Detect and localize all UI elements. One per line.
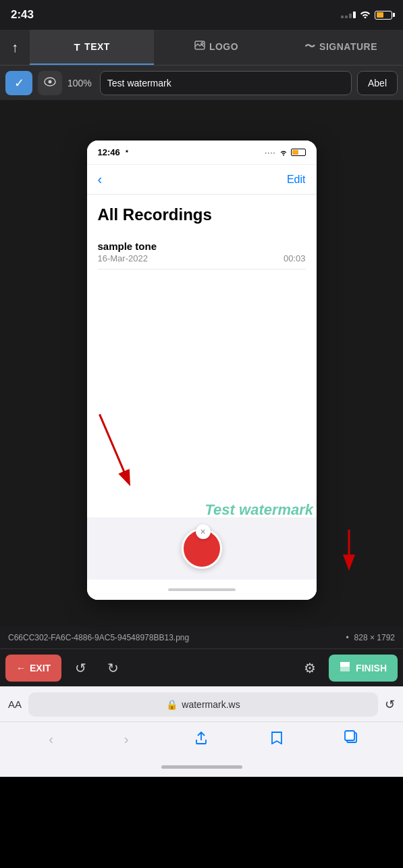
finish-flag-icon xyxy=(340,661,352,674)
bottom-arrow-annotation xyxy=(329,523,369,580)
url-input[interactable]: 🔒 watermark.ws xyxy=(28,692,378,717)
tab-text[interactable]: T TEXT xyxy=(30,30,154,65)
recording-duration: 00:03 xyxy=(284,253,306,263)
phone-signal-icon: ···· xyxy=(265,149,275,157)
action-bar: ← EXIT ↺ ↻ ⚙ FINISH xyxy=(0,648,403,686)
svg-rect-11 xyxy=(345,662,350,667)
logo-tab-icon xyxy=(194,41,205,53)
phone-bottom: Test watermark ↻ × xyxy=(87,517,317,600)
url-text: watermark.ws xyxy=(182,699,240,710)
checkmark-icon: ✓ xyxy=(14,76,24,91)
home-indicator-bar xyxy=(168,588,236,591)
profile-selector[interactable]: Abel xyxy=(357,71,398,95)
svg-rect-10 xyxy=(340,667,345,671)
browser-nav-bar: ‹ › xyxy=(0,721,403,757)
dimensions-label: 828 × 1792 xyxy=(354,633,395,642)
back-icon: ↑ xyxy=(11,40,18,55)
finish-label: FINISH xyxy=(356,663,387,673)
watermark-display-text: Test watermark xyxy=(205,501,314,518)
watermark-text-value: Test watermark xyxy=(107,78,171,88)
undo-icon: ↺ xyxy=(75,660,86,676)
info-bar: C66CC302-FA6C-4886-9AC5-94548978BB13.png… xyxy=(0,627,403,648)
browser-back-button[interactable]: ‹ xyxy=(38,726,65,753)
svg-rect-9 xyxy=(345,667,350,671)
recording-date: 16-Mar-2022 xyxy=(98,253,148,263)
svg-point-3 xyxy=(49,80,52,83)
separator: • xyxy=(346,633,348,642)
watermark-overlay[interactable]: Test watermark ↻ × xyxy=(205,501,314,519)
watermark-delete-button[interactable]: × xyxy=(196,524,211,539)
phone-edit-button[interactable]: Edit xyxy=(287,174,306,186)
phone-back-button[interactable]: ‹ xyxy=(98,172,103,187)
phone-status-bar: 12:46 ···· xyxy=(87,141,317,165)
tabs-button[interactable] xyxy=(338,726,365,753)
tab-signature[interactable]: 〜 SIGNATURE xyxy=(279,30,403,65)
recording-name: sample tone xyxy=(98,240,306,252)
battery-icon xyxy=(375,11,392,20)
bookmarks-button[interactable] xyxy=(263,726,290,753)
settings-button[interactable]: ⚙ xyxy=(296,655,323,682)
browser-forward-icon: › xyxy=(124,732,129,747)
status-icons xyxy=(341,9,392,20)
undo-button[interactable]: ↺ xyxy=(67,655,94,682)
exit-label: EXIT xyxy=(30,663,51,673)
phone-time: 12:46 xyxy=(98,147,131,157)
arrow-annotation xyxy=(73,415,154,499)
svg-rect-13 xyxy=(345,731,354,740)
phone-mockup: 12:46 ···· ‹ Edit All Recordings xyxy=(87,141,317,600)
phone-status-icons: ···· xyxy=(265,149,305,157)
tab-bar: ↑ T TEXT LOGO 〜 SIGNATURE xyxy=(0,30,403,65)
phone-page-title: All Recordings xyxy=(98,205,306,224)
confirm-button[interactable]: ✓ xyxy=(5,71,32,95)
home-indicator xyxy=(161,765,242,769)
status-bar: 2:43 xyxy=(0,0,403,30)
svg-point-1 xyxy=(201,43,203,45)
text-tab-icon: T xyxy=(74,41,80,53)
phone-home-indicator xyxy=(87,580,317,600)
tab-logo[interactable]: LOGO xyxy=(154,30,278,65)
logo-tab-label: LOGO xyxy=(209,41,238,52)
share-icon xyxy=(194,730,208,748)
browser-forward-button[interactable]: › xyxy=(113,726,140,753)
share-button[interactable] xyxy=(188,726,215,753)
toolbar: ✓ 100% Test watermark Abel xyxy=(0,65,403,100)
wifi-icon xyxy=(360,9,371,20)
profile-name: Abel xyxy=(368,78,387,88)
signal-icon xyxy=(341,11,356,18)
canvas-area[interactable]: 12:46 ···· ‹ Edit All Recordings xyxy=(0,100,403,627)
redo-button[interactable]: ↻ xyxy=(99,655,126,682)
font-size-control[interactable]: AA xyxy=(8,698,22,710)
phone-wifi-icon xyxy=(279,149,288,156)
signature-tab-label: SIGNATURE xyxy=(319,41,377,52)
lock-icon: 🔒 xyxy=(166,699,178,710)
finish-button[interactable]: FINISH xyxy=(329,655,398,682)
browser-url-bar: AA 🔒 watermark.ws ↺ xyxy=(0,686,403,721)
home-bar xyxy=(0,757,403,777)
redo-icon: ↻ xyxy=(107,660,119,676)
phone-content: All Recordings sample tone 16-Mar-2022 0… xyxy=(87,195,317,280)
text-tab-label: TEXT xyxy=(84,41,110,52)
signature-tab-icon: 〜 xyxy=(304,40,316,54)
svg-line-5 xyxy=(81,414,147,482)
visibility-button[interactable] xyxy=(38,71,62,95)
eye-icon xyxy=(44,77,56,89)
exit-arrow-icon: ← xyxy=(16,663,26,673)
zoom-percent: 100% xyxy=(68,78,92,88)
browser-back-icon: ‹ xyxy=(49,732,53,747)
tab-back-button[interactable]: ↑ xyxy=(0,30,30,65)
recording-item[interactable]: sample tone 16-Mar-2022 00:03 xyxy=(98,235,306,270)
svg-rect-8 xyxy=(340,662,345,667)
status-time: 2:43 xyxy=(11,8,34,22)
phone-battery-icon xyxy=(291,149,306,156)
phone-nav-bar: ‹ Edit xyxy=(87,165,317,195)
bookmark-icon xyxy=(271,731,283,748)
recording-meta: 16-Mar-2022 00:03 xyxy=(98,253,306,263)
reload-button[interactable]: ↺ xyxy=(385,697,395,712)
gear-icon: ⚙ xyxy=(304,660,316,676)
watermark-text-input[interactable]: Test watermark xyxy=(100,71,352,95)
tabs-icon xyxy=(344,730,359,748)
filename-label: C66CC302-FA6C-4886-9AC5-94548978BB13.png xyxy=(8,633,340,642)
exit-button[interactable]: ← EXIT xyxy=(5,655,61,682)
